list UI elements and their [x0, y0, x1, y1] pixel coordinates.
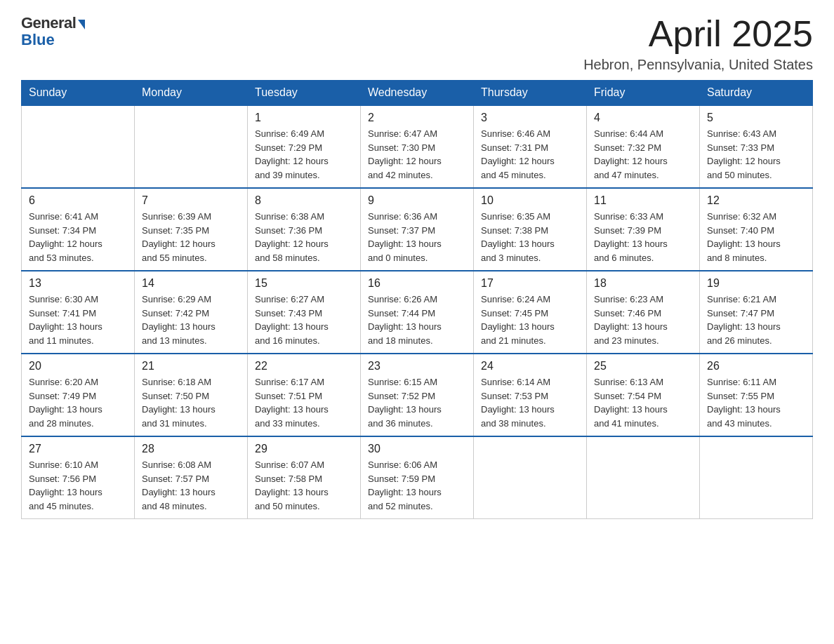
day-info-line: Sunrise: 6:44 AM [594, 127, 692, 141]
day-info-line: and 26 minutes. [707, 334, 805, 348]
main-title: April 2025 [583, 14, 813, 54]
day-info-line: Sunset: 7:49 PM [29, 389, 127, 403]
calendar-cell: 27Sunrise: 6:10 AMSunset: 7:56 PMDayligh… [22, 436, 135, 519]
day-info-line: Daylight: 13 hours [707, 237, 805, 251]
logo-arrow-icon [78, 20, 85, 29]
day-info-line: Sunrise: 6:13 AM [594, 375, 692, 389]
day-info-line: Daylight: 13 hours [255, 320, 353, 334]
day-info-line: and 39 minutes. [255, 168, 353, 182]
day-info-line: Sunset: 7:29 PM [255, 141, 353, 155]
calendar-header-row: SundayMondayTuesdayWednesdayThursdayFrid… [22, 81, 813, 106]
day-info-line: Sunset: 7:37 PM [368, 224, 466, 238]
logo-blue-text: Blue [21, 31, 55, 49]
day-number: 28 [142, 443, 240, 455]
day-info-line: Sunrise: 6:43 AM [707, 127, 805, 141]
day-info-line: Daylight: 13 hours [255, 485, 353, 499]
day-info-line: Sunset: 7:47 PM [707, 307, 805, 321]
calendar-cell: 8Sunrise: 6:38 AMSunset: 7:36 PMDaylight… [248, 188, 361, 271]
day-info-line: Daylight: 13 hours [481, 320, 579, 334]
header-saturday: Saturday [700, 81, 813, 106]
calendar-cell: 12Sunrise: 6:32 AMSunset: 7:40 PMDayligh… [700, 188, 813, 271]
day-info-line: and 3 minutes. [481, 251, 579, 265]
day-info-line: and 23 minutes. [594, 334, 692, 348]
day-info-line: and 38 minutes. [481, 417, 579, 431]
day-info-line: Sunset: 7:58 PM [255, 472, 353, 486]
day-number: 12 [707, 194, 805, 207]
day-info-line: Sunrise: 6:30 AM [29, 293, 127, 307]
calendar-cell [700, 436, 813, 519]
title-section: April 2025 Hebron, Pennsylvania, United … [583, 14, 813, 73]
day-info-line: and 41 minutes. [594, 417, 692, 431]
day-info-line: Sunset: 7:33 PM [707, 141, 805, 155]
day-number: 29 [255, 443, 353, 455]
day-info-line: Sunrise: 6:26 AM [368, 293, 466, 307]
day-info-line: Daylight: 13 hours [594, 403, 692, 417]
day-info-line: Daylight: 12 hours [255, 237, 353, 251]
day-info-line: Sunset: 7:40 PM [707, 224, 805, 238]
day-number: 5 [707, 112, 805, 124]
day-info-line: Sunrise: 6:36 AM [368, 210, 466, 224]
day-info-line: Daylight: 12 hours [368, 154, 466, 168]
day-info-line: and 42 minutes. [368, 168, 466, 182]
day-info-line: Daylight: 13 hours [29, 403, 127, 417]
day-info-line: and 21 minutes. [481, 334, 579, 348]
day-info-line: Daylight: 13 hours [368, 237, 466, 251]
day-info-line: Sunset: 7:34 PM [29, 224, 127, 238]
calendar-body: 1Sunrise: 6:49 AMSunset: 7:29 PMDaylight… [22, 105, 813, 519]
week-row-2: 6Sunrise: 6:41 AMSunset: 7:34 PMDaylight… [22, 188, 813, 271]
day-number: 6 [29, 194, 127, 207]
day-number: 27 [29, 443, 127, 455]
day-number: 2 [368, 112, 466, 124]
day-number: 17 [481, 277, 579, 290]
day-number: 10 [481, 194, 579, 207]
day-info-line: Sunset: 7:59 PM [368, 472, 466, 486]
day-info-line: Sunset: 7:57 PM [142, 472, 240, 486]
calendar-cell: 14Sunrise: 6:29 AMSunset: 7:42 PMDayligh… [135, 271, 248, 354]
day-info-line: Sunrise: 6:21 AM [707, 293, 805, 307]
day-number: 13 [29, 277, 127, 290]
day-info-line: Daylight: 12 hours [707, 154, 805, 168]
day-info-line: Sunrise: 6:38 AM [255, 210, 353, 224]
day-info-line: and 16 minutes. [255, 334, 353, 348]
header-wednesday: Wednesday [361, 81, 474, 106]
day-info-line: and 6 minutes. [594, 251, 692, 265]
day-info-line: Daylight: 13 hours [707, 320, 805, 334]
day-number: 26 [707, 360, 805, 373]
day-number: 21 [142, 360, 240, 373]
day-number: 9 [368, 194, 466, 207]
day-info-line: Sunset: 7:50 PM [142, 389, 240, 403]
calendar-cell: 9Sunrise: 6:36 AMSunset: 7:37 PMDaylight… [361, 188, 474, 271]
day-info-line: Sunset: 7:53 PM [481, 389, 579, 403]
day-info-line: Sunrise: 6:41 AM [29, 210, 127, 224]
day-info-line: Sunset: 7:35 PM [142, 224, 240, 238]
calendar-cell: 19Sunrise: 6:21 AMSunset: 7:47 PMDayligh… [700, 271, 813, 354]
calendar-cell: 29Sunrise: 6:07 AMSunset: 7:58 PMDayligh… [248, 436, 361, 519]
day-info-line: Sunrise: 6:15 AM [368, 375, 466, 389]
logo: General Blue [21, 14, 85, 49]
calendar-cell: 2Sunrise: 6:47 AMSunset: 7:30 PMDaylight… [361, 105, 474, 188]
day-number: 24 [481, 360, 579, 373]
day-info-line: and 55 minutes. [142, 251, 240, 265]
day-info-line: Sunrise: 6:33 AM [594, 210, 692, 224]
day-number: 1 [255, 112, 353, 124]
calendar-cell: 18Sunrise: 6:23 AMSunset: 7:46 PMDayligh… [587, 271, 700, 354]
calendar-cell: 5Sunrise: 6:43 AMSunset: 7:33 PMDaylight… [700, 105, 813, 188]
day-info-line: Sunset: 7:54 PM [594, 389, 692, 403]
day-info-line: Daylight: 13 hours [368, 485, 466, 499]
calendar-cell: 20Sunrise: 6:20 AMSunset: 7:49 PMDayligh… [22, 354, 135, 436]
day-info-line: Sunrise: 6:08 AM [142, 458, 240, 472]
day-number: 3 [481, 112, 579, 124]
day-info-line: and 50 minutes. [255, 499, 353, 514]
day-info-line: Daylight: 13 hours [29, 485, 127, 499]
calendar-cell [587, 436, 700, 519]
calendar-cell: 7Sunrise: 6:39 AMSunset: 7:35 PMDaylight… [135, 188, 248, 271]
day-info-line: Sunset: 7:46 PM [594, 307, 692, 321]
calendar-cell: 4Sunrise: 6:44 AMSunset: 7:32 PMDaylight… [587, 105, 700, 188]
week-row-4: 20Sunrise: 6:20 AMSunset: 7:49 PMDayligh… [22, 354, 813, 436]
calendar-cell: 25Sunrise: 6:13 AMSunset: 7:54 PMDayligh… [587, 354, 700, 436]
day-info-line: Daylight: 13 hours [481, 403, 579, 417]
day-info-line: Daylight: 13 hours [142, 485, 240, 499]
day-number: 4 [594, 112, 692, 124]
day-info-line: Daylight: 12 hours [594, 154, 692, 168]
day-info-line: Daylight: 13 hours [142, 320, 240, 334]
